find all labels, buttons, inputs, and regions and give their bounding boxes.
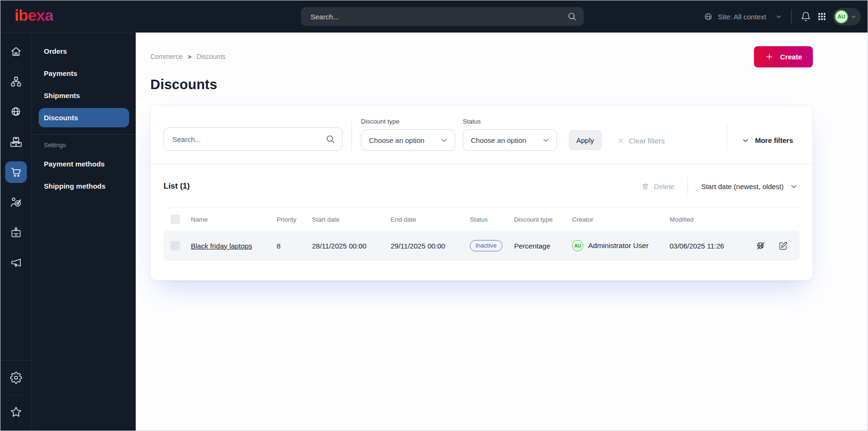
sidebar-item-payment-methods[interactable]: Payment methods [39, 154, 129, 174]
sort-selector[interactable]: Start date (newest, oldest) [698, 182, 800, 191]
edit-button[interactable] [778, 241, 788, 251]
discounts-panel: Discount type Choose an option Status [150, 105, 813, 281]
discount-name-link[interactable]: Black friday laptops [191, 242, 252, 250]
chevron-down-icon [440, 136, 448, 144]
rail-item-site[interactable] [5, 101, 27, 123]
sidebar-item-orders[interactable]: Orders [39, 41, 129, 61]
row-checkbox[interactable] [171, 241, 180, 250]
site-structure-icon [10, 75, 22, 88]
column-header-start-date: Start date [312, 216, 391, 223]
globe-slash-icon [756, 241, 766, 251]
notifications-button[interactable] [801, 11, 811, 22]
search-icon[interactable] [567, 11, 577, 22]
more-filters-label: More filters [755, 136, 793, 144]
chevron-down-icon [790, 182, 798, 191]
settings-section-heading: Settings [44, 141, 124, 149]
rail-item-settings[interactable] [5, 367, 27, 389]
delete-button-label: Delete [654, 182, 674, 191]
commerce-cart-icon [10, 166, 22, 178]
close-icon [617, 137, 624, 145]
more-filters-button[interactable]: More filters [739, 136, 796, 145]
chevron-down-icon [851, 14, 857, 20]
rail-item-site-structure[interactable] [5, 71, 27, 92]
home-icon [10, 45, 22, 58]
rail-item-bookmarks[interactable] [5, 401, 27, 423]
main-content: Commerce > Discounts Create Discounts [136, 33, 868, 431]
site-globe-icon [10, 106, 22, 118]
column-header-end-date: End date [391, 216, 470, 223]
breadcrumb-commerce[interactable]: Commerce [150, 53, 182, 60]
discount-priority: 8 [277, 242, 312, 250]
select-all-checkbox[interactable] [171, 215, 180, 224]
ibexa-logo[interactable]: ibexa [15, 7, 53, 26]
rail-item-home[interactable] [5, 41, 27, 62]
site-context-selector[interactable]: Site: All context [704, 12, 782, 22]
rail-item-products[interactable] [5, 131, 27, 153]
app-window: ibexa Site: All context [0, 0, 868, 431]
discount-type-filter: Discount type Choose an option [361, 118, 455, 151]
discount-start-date: 28/11/2025 00:00 [312, 242, 391, 250]
icon-rail [0, 33, 32, 431]
rail-item-campaigns[interactable] [5, 252, 27, 274]
rail-divider [0, 360, 32, 361]
discount-type-label: Discount type [361, 118, 455, 125]
breadcrumb: Commerce > Discounts [150, 53, 226, 60]
rail-divider [8, 395, 25, 395]
rail-item-commerce[interactable] [5, 161, 27, 183]
list-title: List (1) [164, 182, 190, 191]
sort-label: Start date (newest, oldest) [701, 182, 784, 191]
rail-item-customers[interactable] [5, 222, 27, 243]
trash-icon [641, 182, 649, 191]
table-header-row: Name Priority Start date End date Status… [164, 208, 800, 231]
table-row: Black friday laptops 8 28/11/2025 00:00 … [164, 231, 800, 261]
column-header-creator: Creator [572, 216, 670, 223]
breadcrumb-discounts[interactable]: Discounts [197, 53, 225, 60]
topbar-divider [791, 9, 792, 24]
discount-type-value: Choose an option [369, 136, 425, 144]
status-filter: Status Choose an option [463, 118, 557, 151]
apply-button[interactable]: Apply [569, 130, 602, 150]
sidebar-item-shipments[interactable]: Shipments [39, 86, 129, 105]
user-menu[interactable]: AU [833, 8, 861, 25]
site-context-label: Site: All context [718, 13, 766, 21]
discount-type-select[interactable]: Choose an option [361, 129, 455, 151]
audience-target-icon [10, 196, 22, 208]
preview-disabled-button[interactable] [756, 241, 766, 251]
search-icon[interactable] [325, 134, 336, 144]
create-button[interactable]: Create [754, 46, 813, 67]
apps-grid-button[interactable] [817, 12, 827, 21]
campaign-megaphone-icon [10, 257, 22, 269]
column-header-priority: Priority [277, 216, 312, 223]
clear-filters-button[interactable]: Clear filters [614, 136, 668, 145]
sidebar-item-payments[interactable]: Payments [39, 64, 129, 83]
rail-item-audience[interactable] [5, 191, 27, 213]
chevron-down-icon [775, 13, 782, 20]
avatar: AU [835, 10, 848, 24]
global-search-input[interactable] [301, 7, 584, 26]
column-header-name: Name [191, 216, 277, 223]
settings-gear-icon [10, 372, 22, 384]
topbar: ibexa Site: All context [0, 0, 868, 33]
column-header-status: Status [470, 216, 514, 223]
sidebar-item-shipping-methods[interactable]: Shipping methods [39, 176, 129, 196]
delete-button[interactable]: Delete [639, 182, 677, 191]
row-actions [756, 241, 801, 251]
filters-divider [352, 121, 352, 151]
globe-icon [704, 12, 713, 22]
clear-filters-label: Clear filters [629, 137, 665, 145]
filter-search-input[interactable] [164, 127, 343, 151]
status-select[interactable]: Choose an option [463, 129, 557, 151]
breadcrumb-separator: > [188, 53, 191, 60]
filter-search [164, 127, 343, 151]
menu-divider [32, 134, 136, 135]
commerce-menu: Orders Payments Shipments Discounts Sett… [32, 33, 136, 431]
discount-end-date: 29/11/2025 00:00 [391, 242, 470, 250]
column-header-discount-type: Discount type [514, 216, 572, 223]
chevron-down-icon [742, 137, 749, 144]
topbar-right-cluster: Site: All context AU [704, 0, 861, 33]
discount-modified: 03/06/2025 11:26 [670, 242, 756, 250]
sidebar-item-discounts[interactable]: Discounts [39, 108, 129, 127]
plus-icon [765, 52, 774, 61]
products-icon [10, 136, 22, 148]
chevron-down-icon [542, 136, 550, 144]
